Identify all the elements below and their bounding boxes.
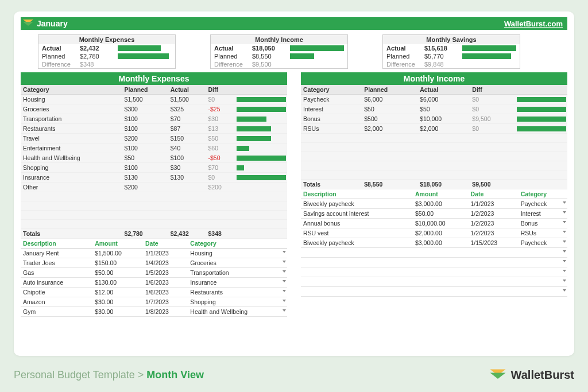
- chevron-down-icon[interactable]: [283, 300, 286, 302]
- chevron-down-icon[interactable]: [283, 270, 286, 273]
- chevron-down-icon[interactable]: [563, 221, 566, 223]
- chevron-down-icon[interactable]: [563, 280, 566, 282]
- summary-card: Monthly IncomeActual$18,050Planned$8,550…: [210, 34, 348, 69]
- tx-row[interactable]: [301, 248, 567, 258]
- chevron-down-icon[interactable]: [283, 309, 286, 312]
- tx-col-header[interactable]: Date: [143, 239, 188, 249]
- crumb-current: Month View: [146, 369, 204, 381]
- tx-row[interactable]: Gym$30.001/8/2023Health and Wellbeing: [21, 307, 287, 317]
- table-row[interactable]: Transportation$100$70$30: [21, 114, 287, 124]
- income-column: Monthly Income CategoryPlannedActualDiff…: [301, 72, 567, 317]
- table-row[interactable]: Groceries$300$325-$25: [21, 104, 287, 114]
- col-header[interactable]: Actual: [417, 85, 470, 95]
- tx-row[interactable]: January Rent$1,500.001/1/2023Housing: [21, 249, 287, 258]
- summary-title: Monthly Income: [211, 35, 347, 44]
- table-row[interactable]: [21, 192, 287, 201]
- table-row[interactable]: Health and Wellbeing$50$100-$50: [21, 153, 287, 163]
- col-header[interactable]: Diff: [206, 85, 235, 95]
- table-row[interactable]: [21, 211, 287, 220]
- chevron-down-icon[interactable]: [283, 261, 286, 263]
- table-row[interactable]: Paycheck$6,000$6,000$0: [301, 95, 567, 104]
- brand: WalletBurst: [493, 368, 574, 382]
- page-footer: Personal Budget Template > Month View Wa…: [14, 368, 574, 382]
- tx-col-header[interactable]: Description: [21, 239, 92, 249]
- tx-col-header[interactable]: Date: [469, 189, 519, 199]
- summary-card: Monthly ExpensesActual$2,432Planned$2,78…: [38, 34, 176, 69]
- income-table: CategoryPlannedActualDiffPaycheck$6,000$…: [301, 85, 567, 189]
- table-row[interactable]: Entertainment$100$40$60: [21, 143, 287, 153]
- spreadsheet-sheet: January WalletBurst.com Monthly Expenses…: [14, 11, 574, 356]
- table-row[interactable]: [301, 161, 567, 170]
- chevron-down-icon[interactable]: [563, 270, 566, 272]
- site-link[interactable]: WalletBurst.com: [504, 20, 563, 28]
- col-header[interactable]: Category: [301, 85, 362, 95]
- tx-row[interactable]: Chipotle$12.001/6/2023Restaurants: [21, 288, 287, 297]
- chevron-down-icon[interactable]: [563, 201, 566, 204]
- table-row[interactable]: [301, 170, 567, 180]
- expenses-header: Monthly Expenses: [21, 72, 287, 85]
- totals-row: Totals$8,550$18,050$9,500: [301, 180, 567, 189]
- breadcrumb: Personal Budget Template > Month View: [14, 369, 204, 381]
- table-row[interactable]: Insurance$130$130$0: [21, 173, 287, 183]
- summary-card: Monthly SavingsActual$15,618Planned$5,77…: [382, 34, 520, 69]
- tx-row[interactable]: Auto insurance$130.001/6/2023Insurance: [21, 278, 287, 288]
- summary-title: Monthly Savings: [383, 35, 520, 44]
- col-header[interactable]: Category: [21, 85, 122, 95]
- summary-cards: Monthly ExpensesActual$2,432Planned$2,78…: [38, 34, 550, 69]
- income-header: Monthly Income: [301, 72, 567, 85]
- summary-title: Monthly Expenses: [38, 35, 175, 44]
- table-row[interactable]: [21, 220, 287, 229]
- tx-col-header[interactable]: Amount: [92, 239, 143, 249]
- table-row[interactable]: Shopping$100$30$70: [21, 163, 287, 173]
- tx-row[interactable]: Trader Joes$150.001/4/2023Groceries: [21, 258, 287, 268]
- col-header[interactable]: Planned: [362, 85, 417, 95]
- income-transactions: DescriptionAmountDateCategoryBiweekly pa…: [301, 189, 567, 297]
- chevron-down-icon[interactable]: [563, 240, 566, 243]
- table-row[interactable]: Housing$1,500$1,500$0: [21, 95, 287, 104]
- title-bar: January WalletBurst.com: [21, 17, 567, 30]
- chevron-down-icon[interactable]: [283, 280, 286, 282]
- totals-row: Totals$2,780$2,432$348: [21, 229, 287, 239]
- col-header[interactable]: Diff: [470, 85, 516, 95]
- tx-col-header[interactable]: Category: [519, 189, 567, 199]
- chevron-down-icon[interactable]: [283, 290, 286, 292]
- tx-row[interactable]: [301, 277, 567, 287]
- tx-row[interactable]: Savings account interest$50.001/2/2023In…: [301, 209, 567, 219]
- tx-row[interactable]: [301, 267, 567, 277]
- chevron-down-icon[interactable]: [563, 289, 566, 292]
- col-header[interactable]: Planned: [122, 85, 168, 95]
- crumb-sep: >: [138, 369, 144, 381]
- tx-col-header[interactable]: Amount: [413, 189, 468, 199]
- table-row[interactable]: Restaurants$100$87$13: [21, 124, 287, 134]
- chevron-down-icon[interactable]: [283, 251, 286, 253]
- tx-col-header[interactable]: Description: [301, 189, 413, 199]
- table-row[interactable]: [301, 152, 567, 161]
- tx-row[interactable]: RSU vest$2,000.001/2/2023RSUs: [301, 228, 567, 238]
- crumb-root: Personal Budget Template: [14, 369, 135, 381]
- tx-row[interactable]: Gas$50.001/5/2023Transportation: [21, 268, 287, 278]
- walletburst-icon: [490, 369, 505, 381]
- tx-col-header[interactable]: Category: [188, 239, 287, 249]
- expenses-table: CategoryPlannedActualDiffHousing$1,500$1…: [21, 85, 287, 239]
- table-row[interactable]: [301, 143, 567, 152]
- table-row[interactable]: [301, 134, 567, 143]
- table-row[interactable]: Other$200$200: [21, 183, 287, 192]
- table-row[interactable]: Interest$50$50$0: [301, 104, 567, 114]
- table-row[interactable]: RSUs$2,000$2,000$0: [301, 124, 567, 134]
- tx-row[interactable]: Amazon$30.001/7/2023Shopping: [21, 297, 287, 307]
- chevron-down-icon[interactable]: [563, 250, 566, 253]
- expenses-column: Monthly Expenses CategoryPlannedActualDi…: [21, 72, 287, 317]
- tx-row[interactable]: Biweekly paycheck$3,000.001/1/2023Payche…: [301, 199, 567, 209]
- table-row[interactable]: Travel$200$150$50: [21, 134, 287, 143]
- chevron-down-icon[interactable]: [563, 260, 566, 262]
- chevron-down-icon[interactable]: [563, 211, 566, 214]
- tx-row[interactable]: [301, 287, 567, 297]
- table-row[interactable]: Bonus$500$10,000$9,500: [301, 114, 567, 124]
- col-header[interactable]: Actual: [168, 85, 206, 95]
- table-row[interactable]: [21, 201, 287, 211]
- expense-transactions: DescriptionAmountDateCategoryJanuary Ren…: [21, 239, 287, 317]
- tx-row[interactable]: Biweekly paycheck$3,000.001/15/2023Paych…: [301, 238, 567, 248]
- tx-row[interactable]: Annual bonus$10,000.001/2/2023Bonus: [301, 219, 567, 228]
- tx-row[interactable]: [301, 258, 567, 267]
- chevron-down-icon[interactable]: [563, 231, 566, 233]
